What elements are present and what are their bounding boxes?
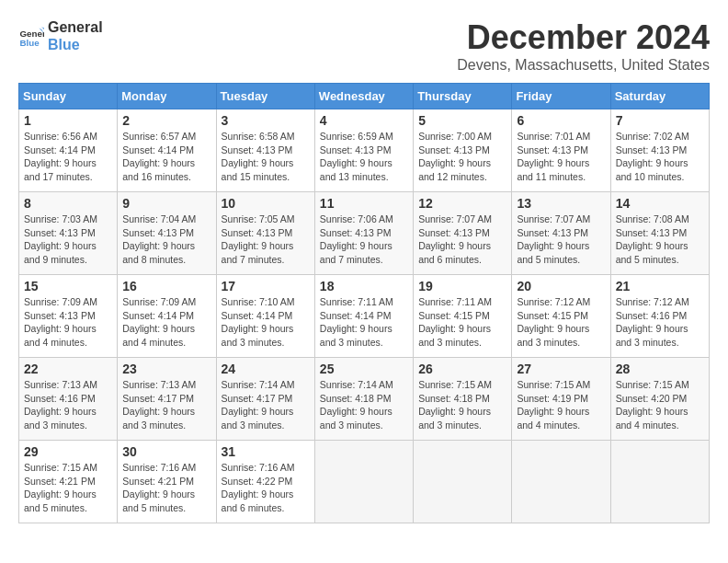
weekday-header-row: SundayMondayTuesdayWednesdayThursdayFrid… [19,84,710,109]
day-number: 10 [222,196,310,211]
sunset-label: Sunset: 4:13 PM [418,144,490,155]
sunrise-label: Sunrise: 7:05 AM [222,213,295,224]
calendar-cell [512,441,610,523]
daylight-label: Daylight: 9 hours and 11 minutes. [517,157,589,182]
day-info: Sunrise: 7:10 AM Sunset: 4:14 PM Dayligh… [222,295,310,350]
day-info: Sunrise: 7:01 AM Sunset: 4:13 PM Dayligh… [517,130,605,184]
sunset-label: Sunset: 4:21 PM [24,476,96,487]
sunrise-label: Sunrise: 7:16 AM [122,462,196,473]
calendar-week-row: 15 Sunrise: 7:09 AM Sunset: 4:13 PM Dayl… [19,275,710,358]
calendar-cell: 26 Sunrise: 7:15 AM Sunset: 4:18 PM Dayl… [414,358,512,441]
calendar-cell: 20 Sunrise: 7:12 AM Sunset: 4:15 PM Dayl… [512,275,610,358]
day-number: 11 [320,196,408,211]
day-info: Sunrise: 7:15 AM Sunset: 4:21 PM Dayligh… [24,461,112,515]
daylight-label: Daylight: 9 hours and 5 minutes. [517,240,589,265]
sunrise-label: Sunrise: 7:02 AM [616,131,689,142]
sunset-label: Sunset: 4:15 PM [418,310,490,321]
sunset-label: Sunset: 4:18 PM [418,393,490,404]
calendar-cell: 29 Sunrise: 7:15 AM Sunset: 4:21 PM Dayl… [19,441,118,523]
day-number: 18 [320,279,408,293]
sunset-label: Sunset: 4:14 PM [24,144,96,155]
sunrise-label: Sunrise: 7:14 AM [222,379,295,390]
calendar-cell [414,441,512,523]
day-number: 14 [616,196,704,211]
day-info: Sunrise: 7:09 AM Sunset: 4:13 PM Dayligh… [24,295,112,350]
day-number: 13 [517,196,605,211]
day-info: Sunrise: 7:13 AM Sunset: 4:16 PM Dayligh… [24,378,112,432]
page-header: General Blue General Blue December 2024 … [18,18,710,74]
sunset-label: Sunset: 4:13 PM [24,310,96,321]
day-number: 21 [616,279,704,293]
day-info: Sunrise: 7:12 AM Sunset: 4:16 PM Dayligh… [616,295,704,350]
day-info: Sunrise: 7:05 AM Sunset: 4:13 PM Dayligh… [222,213,310,267]
daylight-label: Daylight: 9 hours and 10 minutes. [616,157,688,182]
day-number: 4 [320,113,408,128]
day-info: Sunrise: 6:57 AM Sunset: 4:14 PM Dayligh… [122,130,210,184]
sunrise-label: Sunrise: 7:09 AM [122,296,196,307]
daylight-label: Daylight: 9 hours and 3 minutes. [222,323,294,348]
location-title: Devens, Massachusetts, United States [457,57,710,74]
day-info: Sunrise: 7:15 AM Sunset: 4:18 PM Dayligh… [418,378,506,432]
daylight-label: Daylight: 9 hours and 3 minutes. [222,406,294,431]
sunset-label: Sunset: 4:14 PM [320,310,392,321]
sunset-label: Sunset: 4:14 PM [122,310,194,321]
sunset-label: Sunset: 4:15 PM [517,310,588,321]
calendar-cell: 4 Sunrise: 6:59 AM Sunset: 4:13 PM Dayli… [314,109,413,192]
daylight-label: Daylight: 9 hours and 15 minutes. [222,157,294,182]
sunrise-label: Sunrise: 6:58 AM [222,131,295,142]
calendar-cell: 8 Sunrise: 7:03 AM Sunset: 4:13 PM Dayli… [19,192,118,275]
daylight-label: Daylight: 9 hours and 4 minutes. [24,323,97,348]
daylight-label: Daylight: 9 hours and 3 minutes. [320,323,392,348]
day-number: 3 [222,113,310,128]
daylight-label: Daylight: 9 hours and 12 minutes. [418,157,491,182]
day-number: 29 [24,444,112,459]
sunset-label: Sunset: 4:22 PM [222,476,293,487]
calendar-week-row: 8 Sunrise: 7:03 AM Sunset: 4:13 PM Dayli… [19,192,710,275]
sunrise-label: Sunrise: 7:15 AM [24,462,97,473]
day-info: Sunrise: 7:15 AM Sunset: 4:20 PM Dayligh… [616,378,704,432]
calendar-cell: 30 Sunrise: 7:16 AM Sunset: 4:21 PM Dayl… [118,441,216,523]
sunset-label: Sunset: 4:16 PM [616,310,688,321]
daylight-label: Daylight: 9 hours and 9 minutes. [24,240,97,265]
daylight-label: Daylight: 9 hours and 5 minutes. [24,488,97,513]
day-info: Sunrise: 7:16 AM Sunset: 4:21 PM Dayligh… [122,461,210,515]
sunrise-label: Sunrise: 7:13 AM [122,379,196,390]
sunrise-label: Sunrise: 7:15 AM [517,379,590,390]
sunset-label: Sunset: 4:13 PM [616,144,688,155]
calendar-cell: 16 Sunrise: 7:09 AM Sunset: 4:14 PM Dayl… [118,275,216,358]
day-number: 25 [320,362,408,376]
daylight-label: Daylight: 9 hours and 3 minutes. [517,323,589,348]
sunset-label: Sunset: 4:13 PM [222,144,293,155]
sunrise-label: Sunrise: 7:09 AM [24,296,97,307]
calendar-cell: 14 Sunrise: 7:08 AM Sunset: 4:13 PM Dayl… [610,192,709,275]
svg-text:Blue: Blue [19,38,40,48]
daylight-label: Daylight: 9 hours and 7 minutes. [222,240,294,265]
calendar-cell: 27 Sunrise: 7:15 AM Sunset: 4:19 PM Dayl… [512,358,610,441]
daylight-label: Daylight: 9 hours and 6 minutes. [418,240,491,265]
day-number: 5 [418,113,506,128]
daylight-label: Daylight: 9 hours and 3 minutes. [320,406,392,431]
calendar-cell: 13 Sunrise: 7:07 AM Sunset: 4:13 PM Dayl… [512,192,610,275]
calendar-table: SundayMondayTuesdayWednesdayThursdayFrid… [18,83,710,523]
sunset-label: Sunset: 4:13 PM [122,227,194,238]
calendar-cell: 6 Sunrise: 7:01 AM Sunset: 4:13 PM Dayli… [512,109,610,192]
daylight-label: Daylight: 9 hours and 6 minutes. [222,488,294,513]
sunset-label: Sunset: 4:13 PM [616,227,688,238]
day-info: Sunrise: 7:07 AM Sunset: 4:13 PM Dayligh… [418,213,506,267]
logo-blue: Blue [48,36,103,53]
day-number: 27 [517,362,605,376]
sunset-label: Sunset: 4:14 PM [222,310,293,321]
sunset-label: Sunset: 4:13 PM [320,227,392,238]
weekday-header-sunday: Sunday [19,84,118,109]
sunrise-label: Sunrise: 7:07 AM [418,213,492,224]
day-number: 28 [616,362,704,376]
day-number: 17 [222,279,310,293]
sunrise-label: Sunrise: 7:03 AM [24,213,97,224]
day-number: 7 [616,113,704,128]
day-info: Sunrise: 7:06 AM Sunset: 4:13 PM Dayligh… [320,213,408,267]
daylight-label: Daylight: 9 hours and 3 minutes. [616,323,688,348]
calendar-cell: 18 Sunrise: 7:11 AM Sunset: 4:14 PM Dayl… [314,275,413,358]
weekday-header-wednesday: Wednesday [314,84,413,109]
daylight-label: Daylight: 9 hours and 13 minutes. [320,157,392,182]
weekday-header-thursday: Thursday [414,84,512,109]
